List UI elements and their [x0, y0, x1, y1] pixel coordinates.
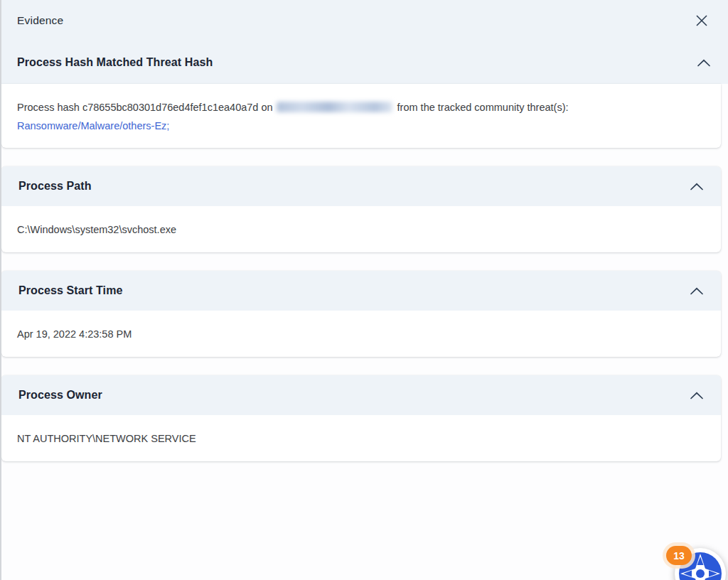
section-process-path: Process Path C:\Windows\system32\svchost…: [1, 166, 721, 252]
section-process-owner: Process Owner NT AUTHORITY\NETWORK SERVI…: [1, 375, 721, 461]
process-owner-value: NT AUTHORITY\NETWORK SERVICE: [1, 415, 721, 461]
chevron-up-icon[interactable]: [690, 390, 704, 401]
section-title: Process Hash Matched Threat Hash: [17, 56, 213, 69]
chevron-up-icon[interactable]: [690, 181, 704, 192]
section-process-hash: Process Hash Matched Threat Hash Process…: [0, 41, 728, 148]
threat-link[interactable]: Ransomware/Malware/others-Ez;: [17, 120, 169, 131]
section-title: Process Start Time: [18, 284, 122, 297]
close-icon[interactable]: [692, 11, 711, 30]
panel-title: Evidence: [17, 14, 63, 27]
section-title: Process Owner: [18, 389, 102, 402]
section-header-process-hash[interactable]: Process Hash Matched Threat Hash: [0, 41, 728, 84]
section-header-process-start-time[interactable]: Process Start Time: [1, 271, 721, 311]
evidence-text: Process hash c78655bc80301d76ed4fef1c1ea…: [17, 98, 705, 135]
chevron-up-icon[interactable]: [697, 58, 711, 68]
process-start-time-value: Apr 19, 2022 4:23:58 PM: [1, 311, 721, 357]
section-process-start-time: Process Start Time Apr 19, 2022 4:23:58 …: [1, 271, 721, 357]
process-path-value: C:\Windows\system32\svchost.exe: [1, 206, 721, 252]
panel-header: Evidence: [0, 0, 728, 41]
section-title: Process Path: [18, 180, 92, 193]
notification-badge[interactable]: 13: [666, 546, 692, 565]
chevron-up-icon[interactable]: [690, 286, 704, 296]
evidence-text-prefix: Process hash c78655bc80301d76ed4fef1c1ea…: [17, 102, 273, 113]
section-header-process-owner[interactable]: Process Owner: [1, 375, 721, 415]
section-body-process-hash: Process hash c78655bc80301d76ed4fef1c1ea…: [1, 84, 721, 148]
section-header-process-path[interactable]: Process Path: [1, 166, 721, 206]
evidence-text-suffix: from the tracked community threat(s):: [397, 102, 569, 113]
redacted-hostname: [277, 102, 392, 112]
assistant-widget[interactable]: 13: [674, 547, 727, 580]
panel-left-border: [0, 0, 1, 580]
